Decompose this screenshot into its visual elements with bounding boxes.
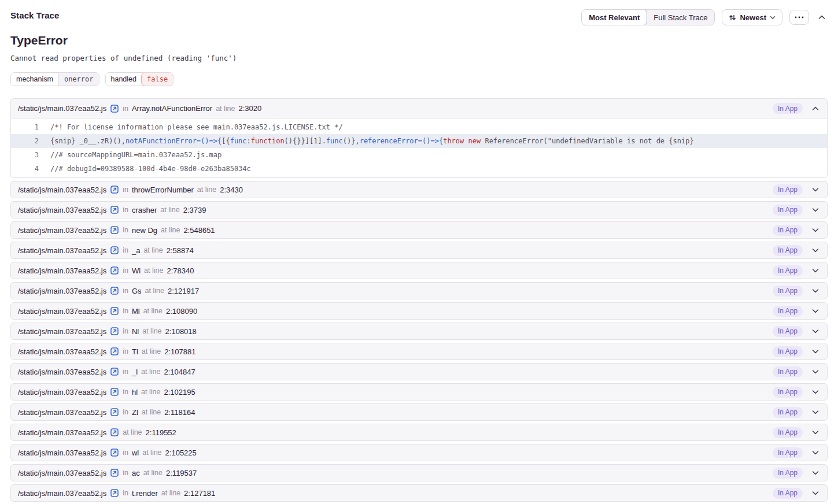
stack-frame-row[interactable]: /static/js/main.037eaa52.js in Zl at lin… <box>10 403 828 421</box>
frame-header[interactable]: /static/js/main.037eaa52.js in hl at lin… <box>11 384 827 400</box>
frame-chevron-icon[interactable] <box>810 470 821 475</box>
frame-header[interactable]: /static/js/main.037eaa52.js in t.render … <box>11 485 827 501</box>
frame-header[interactable]: /static/js/main.037eaa52.js in throwErro… <box>11 181 827 198</box>
frame-header[interactable]: /static/js/main.037eaa52.js in crasher a… <box>11 202 827 218</box>
view-toggle-full-stack-trace[interactable]: Full Stack Trace <box>647 10 714 25</box>
external-link-icon[interactable] <box>110 327 119 335</box>
stack-frame-row[interactable]: /static/js/main.037eaa52.js in t.render … <box>10 484 828 502</box>
sort-button[interactable]: Newest <box>722 9 782 25</box>
frame-chevron-icon[interactable] <box>810 329 821 333</box>
tags-row: mechanism onerror handled false <box>10 72 828 86</box>
frame-path: /static/js/main.037eaa52.js <box>18 226 106 235</box>
in-app-badge: In App <box>773 245 803 256</box>
frame-chevron-icon[interactable] <box>810 248 821 253</box>
external-link-icon[interactable] <box>110 206 119 214</box>
frame-at-line-label: at line <box>142 327 161 335</box>
tag-pill[interactable]: handled false <box>105 72 174 86</box>
stack-frame-row[interactable]: /static/js/main.037eaa52.js in ac at lin… <box>10 464 828 481</box>
stack-frame-row[interactable]: /static/js/main.037eaa52.js in Gs at lin… <box>10 282 828 299</box>
stack-frame-row[interactable]: /static/js/main.037eaa52.js in Wi at lin… <box>10 262 828 279</box>
frame-header[interactable]: /static/js/main.037eaa52.js in new Dg at… <box>11 222 827 238</box>
chevron-down-icon <box>770 16 776 20</box>
external-link-icon[interactable] <box>110 449 119 457</box>
external-link-icon[interactable] <box>110 105 119 113</box>
frame-in-label: in <box>123 449 128 457</box>
frame-chevron-icon[interactable] <box>810 349 821 354</box>
frame-chevron-icon[interactable] <box>810 309 821 313</box>
frame-path: /static/js/main.037eaa52.js <box>18 307 106 316</box>
stack-frame-row[interactable]: /static/js/main.037eaa52.js in crasher a… <box>10 201 828 218</box>
frame-chevron-icon[interactable] <box>810 288 821 293</box>
frame-header[interactable]: /static/js/main.037eaa52.js in Wi at lin… <box>11 262 827 279</box>
stack-frame-row[interactable]: /static/js/main.037eaa52.js at line 2:11… <box>10 424 828 441</box>
frame-header[interactable]: /static/js/main.037eaa52.js at line 2:11… <box>11 424 827 440</box>
external-link-icon[interactable] <box>110 347 119 355</box>
in-app-badge: In App <box>773 447 803 458</box>
stack-frame-row[interactable]: /static/js/main.037eaa52.js in _l at lin… <box>10 363 828 380</box>
frame-path: /static/js/main.037eaa52.js <box>18 246 106 255</box>
external-link-icon[interactable] <box>110 226 119 234</box>
frame-header[interactable]: /static/js/main.037eaa52.js in Ml at lin… <box>11 303 827 319</box>
frame-header[interactable]: /static/js/main.037eaa52.js in Array.not… <box>11 99 827 118</box>
stack-frame-row[interactable]: /static/js/main.037eaa52.js in hl at lin… <box>10 383 828 401</box>
frame-chevron-icon[interactable] <box>810 228 821 232</box>
stack-frame-row[interactable]: /static/js/main.037eaa52.js in _a at lin… <box>10 242 828 259</box>
frame-header[interactable]: /static/js/main.037eaa52.js in Tl at lin… <box>11 343 827 360</box>
frame-chevron-icon[interactable] <box>810 268 821 273</box>
code-line-1: 1/*! For license information please see … <box>11 120 827 134</box>
in-app-badge: In App <box>773 103 803 114</box>
frame-chevron-icon[interactable] <box>810 410 821 414</box>
frame-chevron-icon[interactable] <box>810 430 821 435</box>
frame-chevron-icon[interactable] <box>810 369 821 374</box>
external-link-icon[interactable] <box>110 186 119 194</box>
frame-chevron-icon[interactable] <box>810 390 821 394</box>
in-app-badge: In App <box>773 306 803 317</box>
frame-header[interactable]: /static/js/main.037eaa52.js in wl at lin… <box>11 444 827 461</box>
stack-frame-row[interactable]: /static/js/main.037eaa52.js in new Dg at… <box>10 221 828 239</box>
external-link-icon[interactable] <box>110 428 119 436</box>
frame-chevron-icon[interactable] <box>810 187 821 192</box>
frame-chevron-icon[interactable] <box>810 207 821 212</box>
external-link-icon[interactable] <box>110 408 119 416</box>
collapse-section-button[interactable] <box>816 10 828 25</box>
frame-header[interactable]: /static/js/main.037eaa52.js in Nl at lin… <box>11 323 827 339</box>
frame-header[interactable]: /static/js/main.037eaa52.js in Zl at lin… <box>11 404 827 420</box>
external-link-icon[interactable] <box>110 307 119 315</box>
frame-chevron-icon[interactable] <box>810 106 821 111</box>
stack-frame-row[interactable]: /static/js/main.037eaa52.js in Tl at lin… <box>10 343 828 360</box>
frame-header[interactable]: /static/js/main.037eaa52.js in _l at lin… <box>11 364 827 380</box>
tag-pill[interactable]: mechanism onerror <box>10 72 99 86</box>
view-toggle-most-relevant[interactable]: Most Relevant <box>581 9 647 25</box>
frame-header[interactable]: /static/js/main.037eaa52.js in ac at lin… <box>11 465 827 481</box>
frame-line-number: 2:104847 <box>164 368 195 376</box>
stack-frame-row[interactable]: /static/js/main.037eaa52.js in wl at lin… <box>10 444 828 461</box>
frame-in-label: in <box>123 388 128 396</box>
frame-chevron-icon[interactable] <box>810 491 821 495</box>
stack-frame-row[interactable]: /static/js/main.037eaa52.js in Ml at lin… <box>10 302 828 320</box>
frame-function: Zl <box>132 408 138 417</box>
stack-frame-row[interactable]: /static/js/main.037eaa52.js in Nl at lin… <box>10 323 828 340</box>
frame-in-label: in <box>123 246 128 254</box>
in-app-badge: In App <box>773 427 803 438</box>
external-link-icon[interactable] <box>110 266 119 275</box>
external-link-icon[interactable] <box>110 368 119 376</box>
frame-path: /static/js/main.037eaa52.js <box>18 186 106 194</box>
stack-frame-row[interactable]: /static/js/main.037eaa52.js in throwErro… <box>10 181 828 198</box>
frame-function: Gs <box>132 287 142 295</box>
external-link-icon[interactable] <box>110 388 119 396</box>
in-app-badge: In App <box>773 468 803 479</box>
external-link-icon[interactable] <box>110 469 119 477</box>
frame-header[interactable]: /static/js/main.037eaa52.js in Gs at lin… <box>11 283 827 299</box>
sort-arrows-icon <box>729 14 736 21</box>
external-link-icon[interactable] <box>110 489 119 497</box>
frame-header[interactable]: /static/js/main.037eaa52.js in _a at lin… <box>11 242 827 258</box>
frame-at-line-label: at line <box>142 408 161 416</box>
stack-trace-panel: Stack Trace Most RelevantFull Stack Trac… <box>0 0 838 504</box>
stack-frame-row[interactable]: /static/js/main.037eaa52.js in Array.not… <box>10 98 828 178</box>
more-options-button[interactable] <box>789 10 809 25</box>
external-link-icon[interactable] <box>110 246 119 254</box>
external-link-icon[interactable] <box>110 287 119 295</box>
frame-line-number: 2:119552 <box>146 428 176 437</box>
frame-chevron-icon[interactable] <box>810 450 821 455</box>
frame-function: new Dg <box>132 226 157 235</box>
